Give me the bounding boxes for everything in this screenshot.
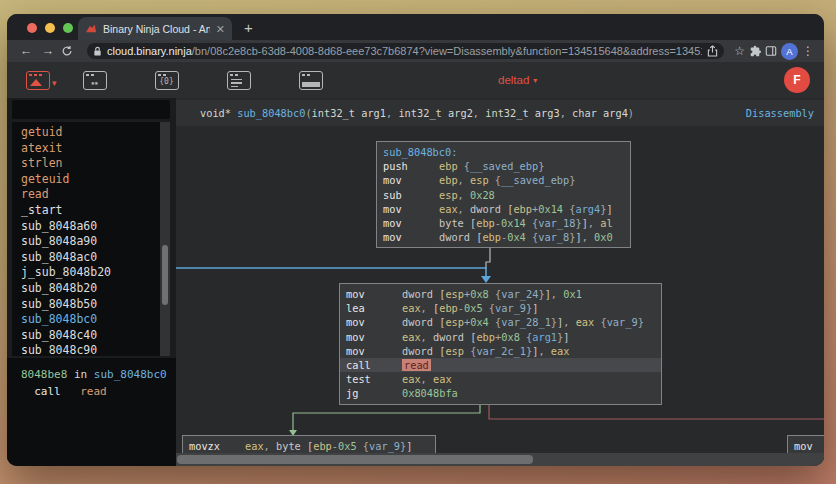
view-menu-chevron-icon[interactable]: ▾ — [52, 78, 57, 88]
browser-window: Binary Ninja Cloud - Analysis ✕ + ← → cl… — [7, 14, 824, 466]
cross-references-panel-icon[interactable]: ▪▪ — [83, 71, 107, 90]
function-list-item[interactable]: sub_8048ac0 — [12, 250, 160, 266]
forward-icon[interactable]: → — [39, 44, 57, 58]
browser-menu-icon[interactable]: ⋮ — [802, 44, 814, 58]
log-panel-icon[interactable] — [299, 71, 323, 90]
function-list-item[interactable]: geteuid — [12, 172, 160, 188]
function-list-scrollbar[interactable] — [160, 122, 170, 356]
macos-traffic-lights — [27, 23, 73, 33]
code-line[interactable]: subesp, 0x28 — [383, 188, 624, 202]
account-name: deltad — [498, 74, 529, 86]
basic-block-entry[interactable]: sub_8048bc0:pushebp {__saved_ebp}movebp,… — [376, 141, 631, 248]
tab-title: Binary Ninja Cloud - Analysis — [103, 23, 210, 35]
tab-strip: Binary Ninja Cloud - Analysis ✕ + — [7, 14, 824, 40]
share-icon[interactable] — [707, 45, 718, 57]
code-line[interactable]: sub_8048bc0: — [383, 145, 624, 159]
linear-view-panel-icon[interactable] — [227, 71, 251, 90]
code-line[interactable]: mov — [794, 439, 824, 453]
basic-block-call-read[interactable]: movdword [esp+0x8 {var_24}], 0x1leaeax, … — [339, 283, 662, 405]
close-window-button[interactable] — [27, 23, 37, 33]
function-list-item[interactable]: strlen — [12, 156, 160, 172]
graph-horizontal-scrollbar[interactable] — [176, 453, 824, 466]
binary-ninja-view-menu-icon[interactable] — [26, 71, 50, 90]
bookmark-star-icon[interactable]: ☆ — [734, 44, 745, 58]
reload-icon[interactable] — [61, 45, 79, 57]
function-list-item[interactable]: sub_8048b20 — [12, 281, 160, 297]
browser-tab[interactable]: Binary Ninja Cloud - Analysis ✕ — [78, 17, 232, 40]
sidebar: getuidatexitstrlengeteuidread_startsub_8… — [7, 98, 176, 466]
code-line[interactable]: movdword [esp {var_2c_1}], eax — [346, 344, 655, 358]
scrollbar-thumb[interactable] — [162, 245, 168, 305]
function-list-item[interactable]: sub_8048bc0 — [12, 312, 160, 328]
code-line[interactable]: movdword [esp+0x8 {var_24}], 0x1 — [346, 287, 655, 301]
side-panel-icon[interactable] — [765, 45, 777, 57]
code-line[interactable]: callread — [340, 358, 661, 372]
app-toolbar: ▾ ▪▪ {0} — [7, 62, 824, 98]
code-line[interactable]: callread — [21, 383, 176, 400]
function-list-item[interactable]: sub_8048a60 — [12, 219, 160, 235]
function-list-item[interactable]: atexit — [12, 141, 160, 157]
code-line[interactable]: movdword [ebp-0x4 {var_8}], 0x0 — [383, 230, 624, 244]
code-line[interactable]: movzxeax, byte [ebp-0x5 {var_9}] — [189, 439, 429, 453]
new-tab-button[interactable]: + — [244, 19, 253, 36]
tab-close-icon[interactable]: ✕ — [216, 24, 225, 34]
lock-icon — [93, 46, 102, 57]
main-pane: void* sub_8048bc0(int32_t arg1, int32_t … — [176, 98, 824, 466]
code-line[interactable]: moveax, dword [ebp+0x14 {arg4}] — [383, 202, 624, 216]
code-line[interactable]: testeax, eax — [346, 372, 655, 386]
function-signature: void* sub_8048bc0(int32_t arg1, int32_t … — [200, 106, 634, 120]
function-list-item[interactable]: getuid — [12, 125, 160, 141]
browser-toolbar: ← → cloud.binary.ninja/bn/08c2e8cb-63d8-… — [7, 40, 824, 62]
function-list: getuidatexitstrlengeteuidread_startsub_8… — [12, 122, 160, 356]
extensions-puzzle-icon[interactable] — [749, 45, 761, 57]
scrollbar-thumb[interactable] — [177, 455, 533, 464]
function-list-item[interactable]: sub_8048b50 — [12, 297, 160, 313]
pseudocode-panel-icon[interactable]: {0} — [155, 71, 179, 90]
mini-disassembly-preview: 8048be8 in sub_8048bc0 callread — [7, 358, 176, 466]
function-filter-input[interactable] — [12, 100, 170, 119]
back-icon[interactable]: ← — [17, 44, 35, 58]
desktop-background: Binary Ninja Cloud - Analysis ✕ + ← → cl… — [0, 0, 836, 484]
app-body: getuidatexitstrlengeteuidread_startsub_8… — [7, 98, 824, 466]
code-line[interactable]: movebp, esp {__saved_ebp} — [383, 173, 624, 187]
code-line[interactable]: movdword [esp+0x4 {var_28_1}], eax {var_… — [346, 315, 655, 329]
minimize-window-button[interactable] — [45, 23, 55, 33]
function-list-item[interactable]: read — [12, 187, 160, 203]
account-menu[interactable]: deltad ▾ — [498, 62, 537, 98]
graph-view[interactable]: sub_8048bc0:pushebp {__saved_ebp}movebp,… — [176, 126, 824, 466]
code-line[interactable]: void* sub_8048bc0(int32_t arg1, int32_t … — [200, 106, 634, 120]
browser-profile-avatar[interactable]: A — [781, 43, 798, 60]
function-list-item[interactable]: sub_8048a90 — [12, 234, 160, 250]
zoom-window-button[interactable] — [63, 23, 73, 33]
view-type-label[interactable]: Disassembly — [746, 107, 814, 119]
binary-ninja-favicon — [85, 23, 97, 34]
code-line[interactable]: jg0x8048bfa — [346, 386, 655, 400]
binary-ninja-app: ▾ ▪▪ {0} — [7, 62, 824, 466]
function-list-item[interactable]: sub_8048c40 — [12, 328, 160, 344]
app-user-avatar[interactable]: F — [784, 67, 810, 93]
function-list-item[interactable]: j_sub_8048b20 — [12, 265, 160, 281]
code-line[interactable]: leaeax, [ebp-0x5 {var_9}] — [346, 301, 655, 315]
url-text: cloud.binary.ninja/bn/08c2e8cb-63d8-4008… — [107, 45, 702, 57]
code-line[interactable]: movbyte [ebp-0x14 {var_18}], al — [383, 216, 624, 230]
code-line[interactable]: moveax, dword [ebp+0x8 {arg1}] — [346, 330, 655, 344]
code-line[interactable]: pushebp {__saved_ebp} — [383, 159, 624, 173]
account-chevron-icon: ▾ — [533, 76, 537, 85]
function-list-item[interactable]: sub_8048c90 — [12, 343, 160, 356]
url-bar[interactable]: cloud.binary.ninja/bn/08c2e8cb-63d8-4008… — [87, 43, 724, 59]
function-header-bar: void* sub_8048bc0(int32_t arg1, int32_t … — [176, 100, 824, 126]
function-list-item[interactable]: _start — [12, 203, 160, 219]
code-line[interactable]: 8048be8 in sub_8048bc0 — [21, 366, 176, 383]
